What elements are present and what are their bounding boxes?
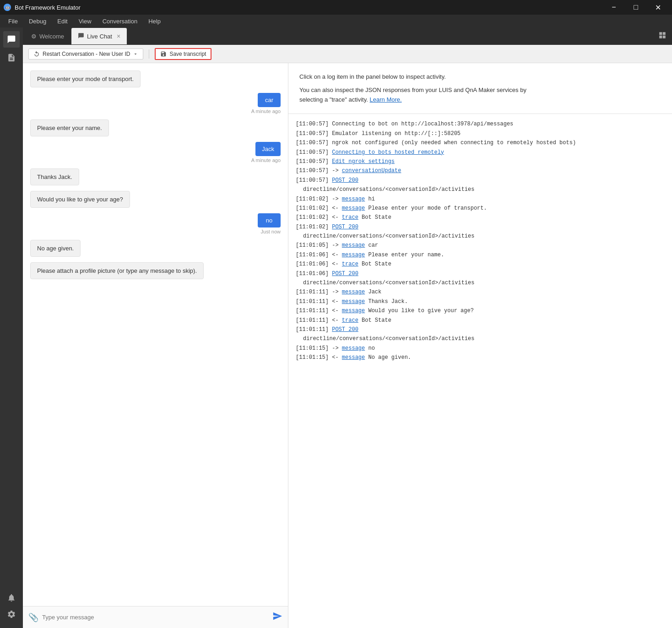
list-item: No age given. — [30, 240, 81, 257]
sidebar-item-bell[interactable] — [3, 590, 20, 606]
sidebar-item-settings[interactable] — [3, 606, 20, 623]
log-link[interactable]: conversationUpdate — [342, 168, 401, 174]
chat-messages[interactable]: Please enter your mode of transport. car… — [23, 63, 288, 606]
log-link[interactable]: message — [342, 252, 365, 258]
tab-close-icon[interactable]: × — [117, 32, 120, 40]
attachment-icon[interactable]: 📎 — [28, 612, 38, 623]
tab-welcome-icon: ⚙ — [31, 33, 37, 40]
save-transcript-label: Save transcript — [169, 51, 206, 57]
menu-conversation[interactable]: Conversation — [98, 16, 142, 27]
window-controls: − □ ✕ — [603, 0, 668, 15]
log-link[interactable]: Connecting to bots hosted remotely — [332, 149, 444, 156]
log-line: [11:01:05] -> message car — [296, 241, 665, 250]
tab-welcome[interactable]: ⚙ Welcome — [25, 28, 70, 44]
save-transcript-button[interactable]: Save transcript — [155, 48, 211, 60]
maximize-button[interactable]: □ — [625, 0, 646, 15]
inspector-panel: Click on a log item in the panel below t… — [288, 63, 672, 628]
app-icon: 🤖 — [4, 4, 11, 11]
bot-message-bubble: Please enter your name. — [30, 119, 109, 136]
log-line: [11:00:57] Emulator listening on http://… — [296, 129, 665, 138]
log-line: directline/conversations/<conversationId… — [296, 278, 665, 287]
log-link[interactable]: message — [342, 196, 365, 202]
log-link[interactable]: message — [342, 308, 365, 314]
log-link[interactable]: message — [342, 298, 365, 305]
log-line: [11:00:57] -> conversationUpdate — [296, 166, 665, 175]
list-item: car A minute ago — [251, 93, 281, 114]
tab-live-chat[interactable]: Live Chat × — [71, 28, 127, 44]
log-line: [11:01:02] <- trace Bot State — [296, 213, 665, 222]
menu-help[interactable]: Help — [144, 16, 165, 27]
log-line: [11:01:11] <- message Would you like to … — [296, 306, 665, 315]
title-bar: 🤖 Bot Framework Emulator − □ ✕ — [0, 0, 672, 15]
chat-input-area: 📎 — [23, 606, 288, 628]
tab-live-chat-label: Live Chat — [87, 33, 112, 40]
log-line: [11:01:06] <- trace Bot State — [296, 260, 665, 269]
chat-input[interactable] — [42, 614, 269, 621]
menu-debug[interactable]: Debug — [24, 16, 51, 27]
log-line: [11:01:06] <- message Please enter your … — [296, 250, 665, 260]
log-area[interactable]: [11:00:57] Connecting to bot on http://l… — [288, 114, 672, 628]
message-timestamp: Just now — [261, 229, 281, 234]
toolbar: Restart Conversation - New User ID Save … — [23, 45, 672, 63]
log-line: [11:01:15] -> message no — [296, 344, 665, 353]
tab-welcome-label: Welcome — [39, 33, 64, 40]
bot-message-bubble: Please enter your mode of transport. — [30, 70, 141, 87]
menu-bar: File Debug Edit View Conversation Help — [0, 15, 672, 27]
message-timestamp: A minute ago — [251, 108, 281, 114]
log-link[interactable]: POST 200 — [332, 177, 358, 184]
log-line: [11:01:11] <- message Thanks Jack. — [296, 297, 665, 306]
log-line: [11:01:02] -> message hi — [296, 195, 665, 204]
log-link[interactable]: POST 200 — [332, 326, 358, 333]
log-link[interactable]: message — [342, 205, 365, 211]
user-message-bubble: Jack — [255, 142, 281, 156]
bot-message-bubble: Please attach a profile picture (or type… — [30, 262, 204, 279]
log-line: directline/conversations/<conversationId… — [296, 334, 665, 343]
log-link[interactable]: POST 200 — [332, 224, 358, 230]
log-link[interactable]: Edit ngrok settings — [332, 158, 395, 165]
log-line: [11:01:02] POST 200 — [296, 222, 665, 232]
log-link[interactable]: message — [342, 345, 365, 352]
log-line: [11:01:06] POST 200 — [296, 269, 665, 278]
log-line: [11:01:11] -> message Jack — [296, 287, 665, 297]
inspector-line1: Click on a log item in the panel below t… — [299, 72, 661, 82]
log-link[interactable]: trace — [342, 317, 358, 324]
tab-bar: ⚙ Welcome Live Chat × — [23, 27, 672, 45]
send-button[interactable] — [272, 611, 282, 623]
app-title: Bot Framework Emulator — [15, 4, 81, 11]
bot-message-bubble: No age given. — [30, 240, 81, 257]
toolbar-divider — [149, 49, 149, 59]
sidebar-item-document[interactable] — [3, 49, 20, 66]
tab-live-chat-icon — [78, 32, 84, 40]
menu-edit[interactable]: Edit — [53, 16, 72, 27]
message-timestamp: A minute ago — [251, 157, 281, 163]
log-link[interactable]: message — [342, 354, 365, 361]
menu-file[interactable]: File — [4, 16, 22, 27]
list-item: Would you like to give your age? — [30, 191, 130, 208]
close-button[interactable]: ✕ — [647, 0, 668, 15]
inspector-description: Click on a log item in the panel below t… — [288, 63, 672, 114]
menu-view[interactable]: View — [74, 16, 96, 27]
user-message-bubble: no — [258, 213, 281, 227]
chat-area: Please enter your mode of transport. car… — [23, 63, 288, 628]
list-item: no Just now — [258, 213, 281, 234]
log-link[interactable]: message — [342, 242, 365, 249]
log-line: [11:01:11] <- trace Bot State — [296, 316, 665, 325]
log-link[interactable]: trace — [342, 214, 358, 221]
learn-more-link[interactable]: Learn More. — [370, 96, 402, 103]
layout-toggle-button[interactable] — [655, 29, 670, 43]
log-line: directline/conversations/<conversationId… — [296, 232, 665, 241]
list-item: Thanks Jack. — [30, 168, 79, 185]
minimize-button[interactable]: − — [603, 0, 624, 15]
list-item: Jack A minute ago — [251, 142, 281, 163]
restart-conversation-button[interactable]: Restart Conversation - New User ID — [28, 49, 143, 60]
log-link[interactable]: trace — [342, 261, 358, 267]
log-line: [11:01:15] <- message No age given. — [296, 353, 665, 362]
log-link[interactable]: message — [342, 289, 365, 295]
sidebar-item-chat[interactable] — [3, 31, 20, 48]
list-item: Please enter your mode of transport. — [30, 70, 141, 87]
log-line: [11:00:57] POST 200 — [296, 176, 665, 185]
restart-conversation-label: Restart Conversation - New User ID — [43, 51, 130, 57]
app-body: ⚙ Welcome Live Chat × Restart Conversati… — [0, 27, 672, 628]
log-link[interactable]: POST 200 — [332, 271, 358, 277]
main-content: ⚙ Welcome Live Chat × Restart Conversati… — [23, 27, 672, 628]
